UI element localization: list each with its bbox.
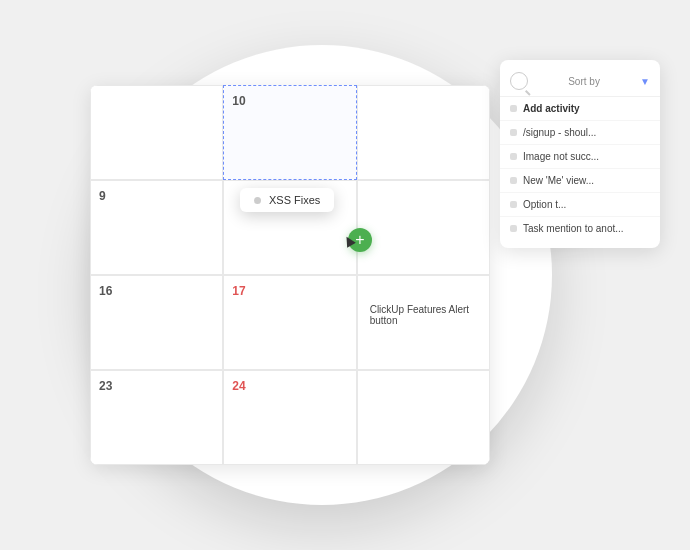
panel-header: Sort by ▼ — [500, 68, 660, 97]
cal-event-clickup: ClickUp Features Alert button — [366, 304, 481, 326]
search-icon[interactable] — [510, 72, 528, 90]
item-dot-5 — [510, 201, 517, 208]
panel-item-task-mention[interactable]: Task mention to anot... — [500, 217, 660, 240]
cal-cell-empty2[interactable] — [357, 85, 490, 180]
sort-arrow-icon[interactable]: ▼ — [640, 76, 650, 87]
task-tooltip: XSS Fixes — [240, 188, 334, 212]
cal-number-9: 9 — [99, 189, 214, 203]
cal-cell-23[interactable]: 23 — [90, 370, 223, 465]
right-panel: Sort by ▼ Add activity /signup - shoul..… — [500, 60, 660, 248]
tooltip-dot — [254, 197, 261, 204]
calendar-panel: 10 9 16 17 ClickUp Features Alert button… — [90, 85, 490, 465]
cal-number-23: 23 — [99, 379, 214, 393]
cal-cell-17[interactable]: 17 — [223, 275, 356, 370]
sort-label: Sort by — [568, 76, 600, 87]
me-view-label: New 'Me' view... — [523, 175, 594, 186]
cal-cell-10[interactable]: 10 — [223, 85, 356, 180]
cal-number-17: 17 — [232, 284, 347, 298]
panel-item-image[interactable]: Image not succ... — [500, 145, 660, 169]
item-dot-3 — [510, 153, 517, 160]
item-dot-2 — [510, 129, 517, 136]
panel-item-me-view[interactable]: New 'Me' view... — [500, 169, 660, 193]
cal-number-24: 24 — [232, 379, 347, 393]
calendar-grid: 10 9 16 17 ClickUp Features Alert button… — [90, 85, 490, 465]
cal-cell-16[interactable]: 16 — [90, 275, 223, 370]
cal-number-10: 10 — [232, 94, 347, 108]
scene: 10 9 16 17 ClickUp Features Alert button… — [0, 0, 690, 550]
image-label: Image not succ... — [523, 151, 599, 162]
cal-cell-24[interactable]: 24 — [223, 370, 356, 465]
tooltip-task-label: XSS Fixes — [269, 194, 320, 206]
item-dot-1 — [510, 105, 517, 112]
task-mention-label: Task mention to anot... — [523, 223, 624, 234]
item-dot-4 — [510, 177, 517, 184]
panel-item-add-activity[interactable]: Add activity — [500, 97, 660, 121]
panel-item-signup[interactable]: /signup - shoul... — [500, 121, 660, 145]
panel-item-option[interactable]: Option t... — [500, 193, 660, 217]
cal-cell-9[interactable]: 9 — [90, 180, 223, 275]
cal-number-16: 16 — [99, 284, 214, 298]
item-dot-6 — [510, 225, 517, 232]
add-activity-label: Add activity — [523, 103, 580, 114]
cal-cell-empty4[interactable] — [357, 180, 490, 275]
cal-cell-empty5[interactable] — [357, 370, 490, 465]
signup-label: /signup - shoul... — [523, 127, 596, 138]
option-label: Option t... — [523, 199, 566, 210]
cal-cell-empty1[interactable] — [90, 85, 223, 180]
cal-cell-event[interactable]: ClickUp Features Alert button — [357, 275, 490, 370]
